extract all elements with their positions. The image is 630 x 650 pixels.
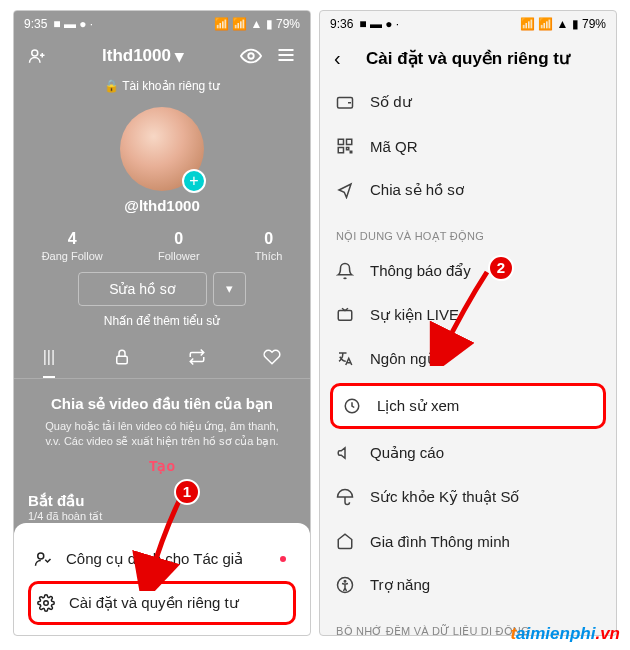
row-label: Số dư	[370, 93, 412, 111]
svg-rect-9	[338, 311, 352, 321]
tab-private[interactable]	[113, 338, 131, 378]
private-account-label: 🔒 Tài khoản riêng tư	[14, 75, 310, 101]
stat-likes[interactable]: 0 Thích	[255, 230, 283, 262]
chevron-down-icon: ▾	[175, 46, 184, 67]
status-app-icons: ■ ▬ ● ·	[359, 17, 399, 31]
row-label: Gia đình Thông minh	[370, 533, 510, 550]
tab-liked[interactable]	[263, 338, 281, 378]
svg-point-12	[344, 581, 346, 583]
tab-repost[interactable]	[188, 338, 206, 378]
svg-rect-7	[347, 139, 352, 144]
umbrella-icon	[336, 488, 354, 506]
svg-point-4	[44, 601, 49, 606]
eye-icon[interactable]	[240, 45, 262, 67]
section-content-activity: NỘI DUNG VÀ HOẠT ĐỘNG	[320, 212, 616, 249]
creator-tools-icon	[34, 549, 52, 569]
share-icon	[336, 181, 354, 199]
svg-rect-8	[338, 148, 343, 153]
row-label: Trợ năng	[370, 576, 430, 594]
add-bio-hint[interactable]: Nhấn để thêm tiểu sử	[14, 314, 310, 328]
status-time: 9:36	[330, 17, 353, 31]
row-label: Mã QR	[370, 138, 418, 155]
sheet-row-label: Cài đặt và quyền riêng tư	[69, 594, 239, 612]
dropdown-button[interactable]: ▾	[213, 272, 246, 306]
language-icon	[336, 350, 354, 368]
row-ads[interactable]: Quảng cáo	[320, 431, 616, 475]
stat-followers[interactable]: 0 Follower	[158, 230, 200, 262]
row-label: Quảng cáo	[370, 444, 444, 462]
qr-icon	[336, 137, 354, 155]
watermark: taimienphi.vn	[510, 624, 620, 644]
add-friend-icon[interactable]	[28, 46, 46, 66]
callout-badge-1: 1	[174, 479, 200, 505]
tab-grid[interactable]: |||	[43, 338, 55, 378]
row-label: Sức khỏe Kỹ thuật Số	[370, 488, 519, 506]
wallet-icon	[336, 93, 354, 111]
status-app-icons: ■ ▬ ● ·	[53, 17, 93, 31]
status-bar: 9:36 ■ ▬ ● · 📶 📶 ▲ ▮ 79%	[320, 11, 616, 37]
row-label: Chia sẻ hồ sơ	[370, 181, 464, 199]
status-signal: 📶 📶 ▲ ▮ 79%	[214, 17, 300, 31]
notification-dot	[280, 556, 286, 562]
home-icon	[336, 532, 354, 550]
edit-profile-row: Sửa hồ sơ ▾	[14, 272, 310, 306]
profile-tabs: |||	[14, 338, 310, 379]
svg-point-0	[32, 50, 38, 56]
settings-title: Cài đặt và quyền riêng tư	[334, 48, 602, 69]
callout-badge-2: 2	[488, 255, 514, 281]
settings-header: ‹ Cài đặt và quyền riêng tư	[320, 37, 616, 80]
svg-rect-6	[338, 139, 343, 144]
stat-following[interactable]: 4 Đang Follow	[42, 230, 103, 262]
add-photo-icon[interactable]: +	[182, 169, 206, 193]
row-qr[interactable]: Mã QR	[320, 124, 616, 168]
megaphone-icon	[336, 444, 354, 462]
status-bar: 9:35 ■ ▬ ● · 📶 📶 ▲ ▮ 79%	[14, 11, 310, 37]
row-balance[interactable]: Số dư	[320, 80, 616, 124]
accessibility-icon	[336, 576, 354, 594]
gear-icon	[37, 593, 55, 613]
avatar-wrap[interactable]: +	[14, 107, 310, 191]
svg-rect-2	[116, 356, 127, 364]
status-time: 9:35	[24, 17, 47, 31]
profile-username-title[interactable]: lthd1000 ▾	[102, 46, 184, 67]
create-video-button[interactable]: Tạo	[38, 458, 286, 474]
status-signal: 📶 📶 ▲ ▮ 79%	[520, 17, 606, 31]
share-title: Chia sẻ video đầu tiên của bạn	[38, 395, 286, 413]
svg-point-3	[38, 553, 44, 559]
row-family-pairing[interactable]: Gia đình Thông minh	[320, 519, 616, 563]
username-handle: @lthd1000	[14, 197, 310, 214]
row-watch-history[interactable]: Lịch sử xem	[330, 383, 606, 429]
row-label: Lịch sử xem	[377, 397, 459, 415]
stats-row: 4 Đang Follow 0 Follower 0 Thích	[14, 230, 310, 262]
share-first-video-block: Chia sẻ video đầu tiên của bạn Quay hoặc…	[14, 379, 310, 482]
profile-header: lthd1000 ▾	[14, 37, 310, 75]
annotation-arrow-1	[129, 491, 199, 591]
avatar[interactable]: +	[120, 107, 204, 191]
phone-profile-screen: 9:35 ■ ▬ ● · 📶 📶 ▲ ▮ 79% lthd1000 ▾	[13, 10, 311, 636]
annotation-arrow-2	[425, 266, 505, 366]
edit-profile-button[interactable]: Sửa hồ sơ	[78, 272, 207, 306]
menu-icon[interactable]	[276, 45, 296, 67]
phone-settings-screen: 9:36 ■ ▬ ● · 📶 📶 ▲ ▮ 79% ‹ Cài đặt và qu…	[319, 10, 617, 636]
row-digital-wellbeing[interactable]: Sức khỏe Kỹ thuật Số	[320, 475, 616, 519]
row-accessibility[interactable]: Trợ năng	[320, 563, 616, 607]
history-icon	[343, 397, 361, 415]
live-icon	[336, 306, 354, 324]
bell-icon	[336, 262, 354, 280]
share-desc: Quay hoặc tải lên video có hiệu ứng, âm …	[38, 419, 286, 450]
svg-point-1	[248, 53, 254, 59]
two-phone-tutorial: 9:35 ■ ▬ ● · 📶 📶 ▲ ▮ 79% lthd1000 ▾	[0, 0, 630, 646]
row-share-profile[interactable]: Chia sẻ hồ sơ	[320, 168, 616, 212]
